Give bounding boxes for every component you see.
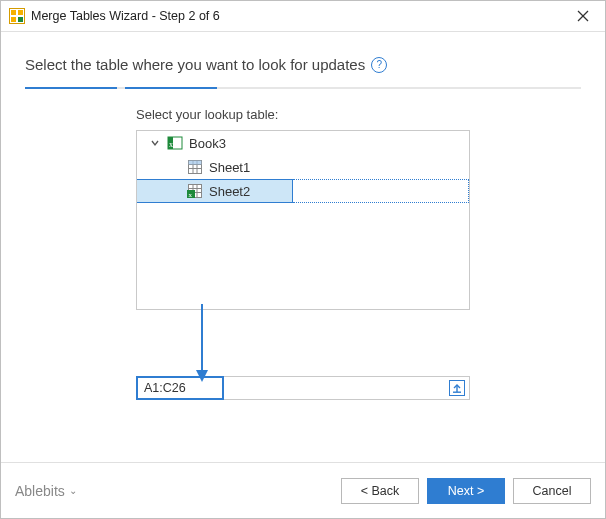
window-title: Merge Tables Wizard - Step 2 of 6 — [31, 9, 561, 23]
selection-focus-outline — [293, 179, 469, 203]
cancel-button[interactable]: Cancel — [513, 478, 591, 504]
svg-rect-4 — [18, 17, 23, 22]
page-heading: Select the table where you want to look … — [25, 56, 581, 73]
collapse-range-icon[interactable] — [449, 380, 465, 396]
tree-item-sheet1[interactable]: Sheet1 — [137, 155, 469, 179]
titlebar: Merge Tables Wizard - Step 2 of 6 — [1, 1, 605, 32]
chevron-down-icon: ⌄ — [69, 485, 77, 496]
step-progress-segment-2 — [125, 87, 217, 89]
tree-root-label: Book3 — [189, 136, 226, 151]
wizard-footer: Ablebits ⌄ < Back Next > Cancel — [1, 462, 605, 518]
svg-marker-24 — [196, 370, 208, 382]
workbook-icon: x — [167, 135, 183, 151]
wizard-content: Select the table where you want to look … — [1, 32, 605, 462]
step-progress — [25, 87, 581, 89]
step-progress-segment-1 — [25, 87, 117, 89]
next-button[interactable]: Next > — [427, 478, 505, 504]
svg-text:x: x — [189, 191, 193, 199]
chevron-down-icon[interactable] — [149, 137, 161, 149]
wizard-window: Merge Tables Wizard - Step 2 of 6 Select… — [0, 0, 606, 519]
lookup-table-block: Select your lookup table: x Book3 — [136, 107, 470, 400]
sheet-icon: x — [187, 183, 203, 199]
back-button[interactable]: < Back — [341, 478, 419, 504]
heading-text: Select the table where you want to look … — [25, 56, 365, 73]
tree-item-label: Sheet2 — [209, 184, 250, 199]
lookup-table-label: Select your lookup table: — [136, 107, 470, 122]
close-button[interactable] — [561, 1, 605, 31]
help-icon[interactable]: ? — [371, 57, 387, 73]
svg-text:x: x — [169, 140, 173, 149]
tree-root-workbook[interactable]: x Book3 — [137, 131, 469, 155]
arrow-annotation — [136, 310, 470, 382]
workbook-tree[interactable]: x Book3 — [136, 130, 470, 310]
sheet-icon — [187, 159, 203, 175]
svg-rect-1 — [11, 10, 16, 15]
svg-rect-3 — [11, 17, 16, 22]
svg-rect-15 — [189, 161, 202, 165]
brand-menu[interactable]: Ablebits ⌄ — [15, 483, 77, 499]
tree-item-label: Sheet1 — [209, 160, 250, 175]
merge-wizard-icon — [9, 8, 25, 24]
svg-rect-2 — [18, 10, 23, 15]
tree-item-sheet2[interactable]: x Sheet2 — [137, 179, 469, 203]
brand-label: Ablebits — [15, 483, 65, 499]
